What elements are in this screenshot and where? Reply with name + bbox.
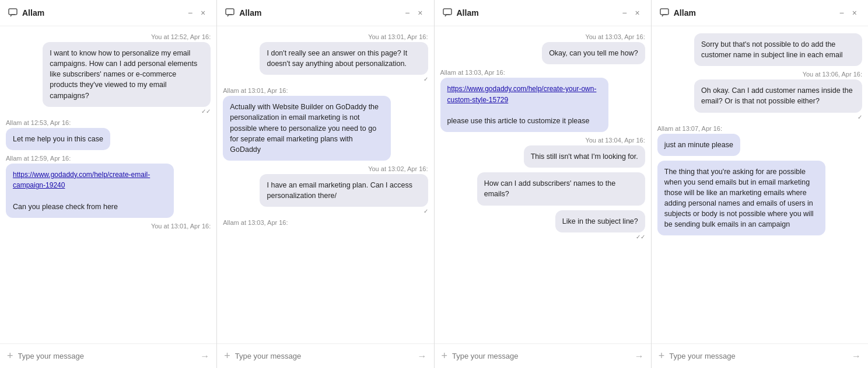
svg-rect-3 [660,9,668,15]
message-bubble: https://www.godaddy.com/help/create-your… [440,78,608,132]
send-button[interactable]: → [200,351,209,362]
message-bubble: Sorry but that's not possible to do add … [694,33,862,66]
chat-title: Allam [457,8,617,18]
message-row: The thing that you're asking for are pos… [657,161,862,236]
message-row: Sorry but that's not possible to do add … [657,33,862,66]
chat-window-2: Allam−×You at 13:01, Apr 16:I don't real… [217,0,434,368]
message-bubble: I have an email marketing plan. Can I ac… [260,174,428,207]
chat-title: Allam [239,8,400,18]
message-row: You at 12:52, Apr 16:I want to know how … [6,33,211,114]
message-row: Allam at 13:03, Apr 16:https://www.godad… [440,69,645,132]
message-meta: You at 13:01, Apr 16: [368,33,428,40]
message-meta: Allam at 13:01, Apr 16: [223,87,288,94]
message-row: You at 13:03, Apr 16:Okay, can you tell … [440,33,645,64]
message-meta: You at 13:06, Apr 16: [803,71,862,78]
message-row: You at 13:01, Apr 16: [6,223,211,231]
message-bubble: This still isn't what I'm looking for. [524,145,645,168]
message-input[interactable] [18,352,196,360]
messages-area: You at 12:52, Apr 16:I want to know how … [0,26,216,343]
svg-rect-2 [443,9,452,15]
message-meta: Allam at 13:03, Apr 16: [223,219,288,226]
message-row: Allam at 13:01, Apr 16:Actually with Web… [223,87,428,161]
chat-input-bar: +→ [435,343,651,368]
message-row: How can I add subscribers' names to the … [440,172,645,205]
message-link[interactable]: https://www.godaddy.com/help/create-emai… [13,171,150,189]
chat-input-bar: +→ [652,343,868,368]
message-meta: Allam at 12:59, Apr 16: [6,155,71,162]
chat-icon [660,8,669,18]
message-bubble: The thing that you're asking for are pos… [657,161,825,236]
message-row: Allam at 13:03, Apr 16: [223,219,428,228]
message-meta: Allam at 13:03, Apr 16: [440,69,505,76]
message-bubble: How can I add subscribers' names to the … [477,172,645,205]
svg-rect-0 [9,9,17,15]
message-bubble: https://www.godaddy.com/help/create-emai… [6,164,174,218]
message-meta: You at 13:01, Apr 16: [151,223,211,230]
close-button[interactable]: × [632,7,643,19]
message-row: You at 13:06, Apr 16:Oh okay. Can I add … [657,71,862,120]
close-button[interactable]: × [415,7,425,19]
close-button[interactable]: × [198,7,208,19]
message-bubble: I want to know how to personalize my ema… [43,42,211,107]
chat-header: Allam−× [217,0,433,26]
message-bubble: Like in the subject line? [555,210,645,232]
attach-button[interactable]: + [224,350,230,362]
chat-window-3: Allam−×You at 13:03, Apr 16:Okay, can yo… [435,0,652,368]
message-input[interactable] [235,352,413,360]
message-tick: ✓ [424,76,428,82]
message-tick: ✓✓ [201,108,211,114]
minimize-button[interactable]: − [402,7,412,19]
chat-header: Allam−× [652,0,868,26]
send-button[interactable]: → [635,351,644,362]
message-row: Like in the subject line?✓✓ [440,210,645,240]
minimize-button[interactable]: − [619,7,629,19]
message-row: You at 13:02, Apr 16:I have an email mar… [223,165,428,214]
message-meta: You at 12:52, Apr 16: [151,33,211,40]
messages-area: Sorry but that's not possible to do add … [652,26,868,343]
message-tick: ✓ [424,208,428,214]
message-meta: You at 13:03, Apr 16: [585,33,645,40]
chat-icon [225,8,235,18]
send-button[interactable]: → [852,351,861,362]
message-input[interactable] [669,352,847,360]
attach-button[interactable]: + [7,350,13,362]
message-row: Allam at 13:07, Apr 16:just an minute pl… [657,125,862,156]
message-row: You at 13:01, Apr 16:I don't really see … [223,33,428,82]
chat-icon [8,8,18,18]
message-meta: Allam at 12:53, Apr 16: [6,119,71,126]
message-bubble: just an minute please [657,134,740,156]
message-meta: You at 13:04, Apr 16: [585,137,645,144]
message-meta: You at 13:02, Apr 16: [368,165,428,172]
chat-window-1: Allam−×You at 12:52, Apr 16:I want to kn… [0,0,217,368]
chat-input-bar: +→ [0,343,216,368]
messages-area: You at 13:01, Apr 16:I don't really see … [217,26,433,343]
chat-header: Allam−× [435,0,651,26]
message-tick: ✓✓ [636,234,645,240]
messages-area: You at 13:03, Apr 16:Okay, can you tell … [435,26,651,343]
svg-rect-1 [226,9,234,15]
attach-button[interactable]: + [442,350,448,362]
message-tick: ✓ [858,114,862,120]
message-input[interactable] [452,352,630,360]
chat-icon [443,8,452,18]
message-link[interactable]: https://www.godaddy.com/help/create-your… [447,85,597,103]
close-button[interactable]: × [849,7,860,19]
send-button[interactable]: → [418,351,427,362]
minimize-button[interactable]: − [836,7,847,19]
attach-button[interactable]: + [659,350,665,362]
chat-input-bar: +→ [217,343,433,368]
chat-title: Allam [674,8,834,18]
message-row: You at 13:04, Apr 16:This still isn't wh… [440,137,645,168]
chat-window-4: Allam−×Sorry but that's not possible to … [652,0,868,368]
minimize-button[interactable]: − [185,7,195,19]
message-bubble: Oh okay. Can I add customer names inside… [694,79,862,112]
message-meta: Allam at 13:07, Apr 16: [657,125,722,132]
message-row: Allam at 12:53, Apr 16:Let me help you i… [6,119,211,150]
message-bubble: I don't really see an answer on this pag… [260,42,428,75]
message-bubble: Okay, can you tell me how? [542,42,645,64]
message-row: Allam at 12:59, Apr 16:https://www.godad… [6,155,211,218]
message-bubble: Actually with Website Builder on GoDaddy… [223,96,391,161]
chat-header: Allam−× [0,0,216,26]
chat-title: Allam [22,8,183,18]
message-bubble: Let me help you in this case [6,128,110,150]
